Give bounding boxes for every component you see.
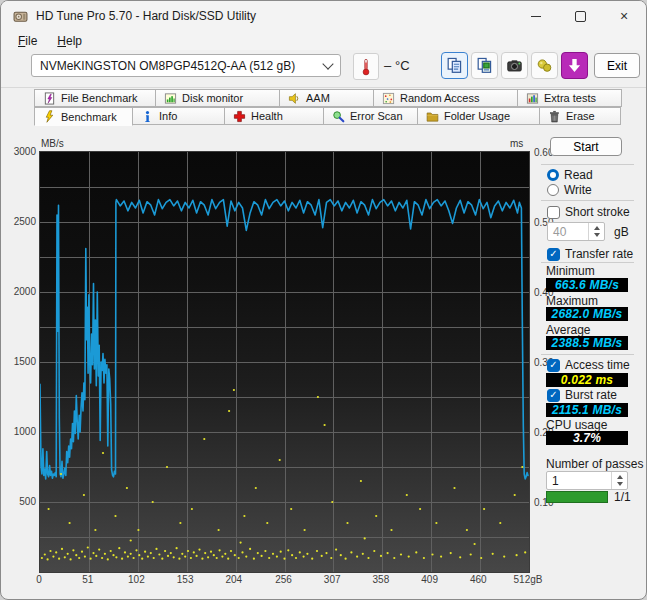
read-radio[interactable]: Read [547,168,593,182]
extra-tests-icon [526,92,539,105]
tab-random-access[interactable]: Random Access [373,89,518,107]
access-time-label: Access time [565,358,630,372]
minimize-button[interactable] [514,1,558,31]
stepper-arrows-icon[interactable] [588,223,604,240]
passes-stepper[interactable]: 1 [546,471,628,490]
chart-canvas [40,152,529,572]
minimum-label: Minimum [546,264,595,278]
tab-label: AAM [306,92,330,104]
maximum-label: Maximum [546,294,598,308]
average-value: 2388.5 MB/s [546,336,628,350]
benchmark-chart [39,151,530,573]
minimum-value: 663.6 MB/s [546,278,628,292]
write-radio[interactable]: Write [547,183,592,197]
tab-label: Info [159,110,177,122]
disk-monitor-icon [164,92,177,105]
menu-file[interactable]: File [10,33,45,49]
tab-label: Random Access [400,92,479,104]
maximum-value: 2682.0 MB/s [546,307,628,321]
hdd-icon [13,9,28,24]
passes-label: Number of passes [546,457,643,471]
folder-usage-icon [426,110,439,123]
title-bar: HD Tune Pro 5.70 - Hard Disk/SSD Utility… [1,1,646,31]
short-stroke-checkbox[interactable]: Short stroke [547,205,630,219]
options-button[interactable] [531,52,558,79]
tab-file-benchmark[interactable]: File Benchmark [34,89,156,107]
exit-button[interactable]: Exit [594,53,640,78]
copy-icon [446,57,463,74]
start-button[interactable]: Start [550,137,622,156]
toolbar: NVMeKINGSTON OM8PGP4512Q-AA (512 gB) – °… [1,50,646,88]
tab-info[interactable]: Info [132,107,225,125]
axis-tick: 51 [70,574,106,585]
tab-label: Benchmark [61,111,117,123]
transfer-rate-label: Transfer rate [565,247,633,261]
transfer-rate-checkbox[interactable]: Transfer rate [547,247,633,261]
screenshot-button[interactable] [501,52,528,79]
chevron-down-icon [322,58,333,69]
progress-label: 1/1 [614,490,631,504]
axis-tick: 512gB [510,574,546,585]
short-stroke-size-stepper[interactable]: 40 [547,222,605,241]
error-scan-icon [332,110,345,123]
stepper-arrows-icon[interactable] [611,472,627,489]
tab-label: Extra tests [544,92,596,104]
tab-error-scan[interactable]: Error Scan [323,107,418,125]
tab-strip: File BenchmarkDisk monitorAAMRandom Acce… [34,89,634,125]
camera-icon [506,57,523,74]
tab-disk-monitor[interactable]: Disk monitor [155,89,280,107]
temperature-button[interactable] [353,53,379,80]
transfer-rate-checkbox-box [547,248,560,261]
erase-icon [548,110,561,123]
tab-folder-usage[interactable]: Folder Usage [417,107,540,125]
drive-select[interactable]: NVMeKINGSTON OM8PGP4512Q-AA (512 gB) [31,54,341,77]
cpu-usage-value: 3.7% [546,431,628,445]
maximize-button[interactable] [558,1,602,31]
y-left-unit-label: MB/s [41,138,64,149]
tab-extra-tests[interactable]: Extra tests [517,89,622,107]
drive-select-value: NVMeKINGSTON OM8PGP4512Q-AA (512 gB) [40,59,324,73]
chart-grid [40,152,529,572]
tab-label: Erase [566,110,595,122]
save-icon [566,57,583,74]
burst-rate-checkbox[interactable]: Burst rate [547,388,617,402]
tab-label: Health [251,110,283,122]
divider [541,164,634,165]
info-icon [141,110,154,123]
axis-tick: 1500 [9,356,36,367]
temperature-unit: °C [395,58,410,73]
save-button[interactable] [561,52,588,79]
tab-label: Folder Usage [444,110,510,122]
tab-erase[interactable]: Erase [539,107,621,125]
menu-bar: File Help [1,31,646,50]
axis-tick: 153 [167,574,203,585]
short-stroke-checkbox-box [547,206,560,219]
axis-tick: 204 [216,574,252,585]
average-label: Average [546,323,590,337]
transfer-rate-line [40,200,528,479]
cpu-usage-label: CPU usage [546,418,607,432]
tab-benchmark[interactable]: Benchmark [34,107,133,126]
tab-health[interactable]: Health [224,107,324,125]
menu-help[interactable]: Help [49,33,90,49]
progress-bar [546,491,608,503]
copy-text-button[interactable] [441,52,468,79]
axis-tick: 500 [9,496,36,507]
tab-aam[interactable]: AAM [279,89,374,107]
axis-tick: 1000 [9,426,36,437]
copy-image-button[interactable] [471,52,498,79]
burst-rate-checkbox-box [547,389,560,402]
health-icon [233,110,246,123]
short-stroke-unit-label: gB [614,225,629,239]
access-time-checkbox[interactable]: Access time [547,358,630,372]
write-radio-circle [547,184,559,196]
axis-tick: 409 [412,574,448,585]
close-button[interactable]: × [602,1,646,31]
minimize-icon [531,16,541,17]
temperature-value: – [384,58,391,73]
axis-tick: 102 [118,574,154,585]
axis-tick: 256 [266,574,302,585]
tab-label: Error Scan [350,110,403,122]
window-title: HD Tune Pro 5.70 - Hard Disk/SSD Utility [36,9,256,23]
short-stroke-label: Short stroke [565,205,630,219]
